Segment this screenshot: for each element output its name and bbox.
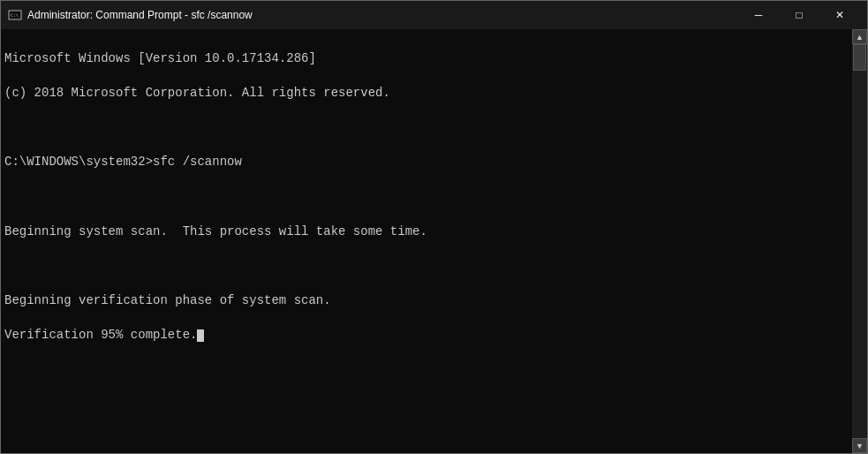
- window-title: Administrator: Command Prompt - sfc /sca…: [27, 9, 738, 21]
- output-line-3: [4, 119, 849, 137]
- output-line-6: Beginning system scan. This process will…: [4, 223, 849, 241]
- scroll-down-button[interactable]: ▼: [852, 438, 867, 453]
- output-line-1: Microsoft Windows [Version 10.0.17134.28…: [4, 50, 849, 68]
- command-prompt-window: C:\ Administrator: Command Prompt - sfc …: [0, 0, 868, 454]
- svg-text:C:\: C:\: [11, 12, 19, 18]
- output-line-9: Verification 95% complete.: [4, 327, 849, 344]
- minimize-button[interactable]: ─: [738, 1, 779, 29]
- output-line-4: C:\WINDOWS\system32>sfc /scannow: [4, 154, 849, 171]
- scrollbar-thumb[interactable]: [853, 44, 866, 71]
- scrollbar-track[interactable]: [852, 44, 867, 438]
- titlebar: C:\ Administrator: Command Prompt - sfc …: [1, 1, 867, 29]
- maximize-button[interactable]: □: [779, 1, 819, 29]
- close-button[interactable]: ✕: [819, 1, 860, 29]
- output-line-2: (c) 2018 Microsoft Corporation. All righ…: [4, 85, 849, 102]
- terminal-body: Microsoft Windows [Version 10.0.17134.28…: [1, 29, 867, 453]
- window-controls: ─ □ ✕: [738, 1, 860, 29]
- output-line-5: [4, 188, 849, 206]
- app-icon: C:\: [8, 8, 22, 22]
- output-line-8: Beginning verification phase of system s…: [4, 292, 849, 310]
- terminal-output[interactable]: Microsoft Windows [Version 10.0.17134.28…: [1, 29, 852, 453]
- scroll-up-button[interactable]: ▲: [852, 29, 867, 44]
- output-line-7: [4, 258, 849, 276]
- cursor: [197, 329, 204, 342]
- vertical-scrollbar[interactable]: ▲ ▼: [852, 29, 867, 453]
